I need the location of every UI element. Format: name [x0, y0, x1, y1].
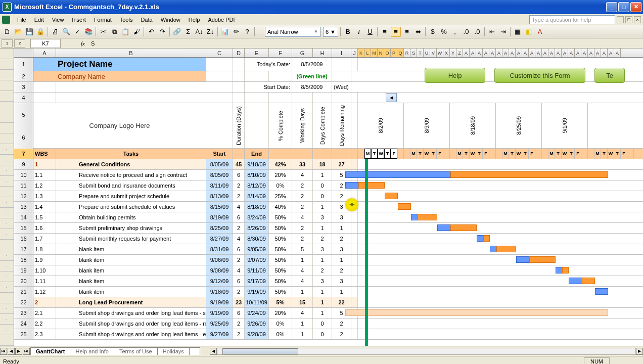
- cell[interactable]: 4: [292, 212, 313, 222]
- cell[interactable]: [245, 71, 269, 81]
- cell[interactable]: [332, 149, 351, 159]
- cell[interactable]: 9/28/09: [245, 329, 269, 339]
- cell[interactable]: 2: [292, 202, 313, 212]
- col-header-AL[interactable]: A: [535, 49, 542, 57]
- gantt-bar-overlay[interactable]: [483, 235, 490, 242]
- cell[interactable]: 1: [313, 255, 332, 265]
- gantt-bar-overlay[interactable]: [358, 182, 385, 189]
- cell[interactable]: 9/19/09: [245, 287, 269, 297]
- cell[interactable]: 50%: [269, 244, 292, 254]
- cell[interactable]: 50%: [269, 287, 292, 297]
- cell[interactable]: 3: [313, 244, 332, 254]
- cell[interactable]: 3: [332, 244, 351, 254]
- horizontal-scrollbar[interactable]: ◀ ▶: [210, 347, 643, 355]
- cell[interactable]: Obtain building permits: [56, 212, 206, 222]
- cell[interactable]: 50%: [269, 212, 292, 222]
- cell[interactable]: 1: [313, 287, 332, 297]
- spelling-icon[interactable]: ✓: [72, 27, 82, 37]
- cell[interactable]: Duration (Days): [233, 103, 245, 148]
- cell[interactable]: 1: [33, 159, 56, 169]
- cell[interactable]: 1.4: [33, 202, 56, 212]
- cell[interactable]: Tasks: [56, 149, 206, 159]
- redo-icon[interactable]: ↷: [157, 27, 167, 37]
- gantt-bar-overlay[interactable]: [582, 278, 595, 284]
- cell[interactable]: [351, 149, 358, 159]
- autosum-icon[interactable]: Σ: [183, 27, 193, 37]
- cell[interactable]: (Wed): [332, 82, 351, 92]
- cell[interactable]: [351, 265, 358, 276]
- cell[interactable]: [292, 149, 313, 159]
- cell[interactable]: 2: [332, 318, 351, 329]
- cell[interactable]: Submit bond and insurance documents: [56, 180, 206, 191]
- col-header-AT[interactable]: A: [588, 49, 594, 57]
- cell[interactable]: 2: [233, 223, 245, 233]
- col-header-AG[interactable]: A: [502, 49, 509, 57]
- cell[interactable]: [351, 58, 358, 71]
- menu-edit[interactable]: Edit: [30, 16, 48, 24]
- cell[interactable]: [33, 82, 56, 92]
- cell[interactable]: [233, 58, 245, 71]
- cell[interactable]: [269, 93, 292, 103]
- app-icon[interactable]: [2, 16, 10, 24]
- col-header-V[interactable]: V: [430, 49, 437, 57]
- cell[interactable]: 1.10: [33, 265, 56, 276]
- menu-insert[interactable]: Insert: [68, 16, 90, 24]
- cell[interactable]: 1.8: [33, 244, 56, 254]
- cell[interactable]: 33: [292, 159, 313, 169]
- cell[interactable]: 1.11: [33, 276, 56, 286]
- col-header-W[interactable]: W: [437, 49, 443, 57]
- formula-content[interactable]: S: [89, 40, 643, 47]
- col-header-AP[interactable]: A: [562, 49, 568, 57]
- cell[interactable]: 0: [313, 318, 332, 329]
- cell[interactable]: 2.1: [33, 308, 56, 318]
- tab-help-and-info[interactable]: Help and Info: [70, 347, 114, 355]
- col-header-C[interactable]: C: [206, 49, 233, 57]
- row-header-4[interactable]: 4: [14, 93, 33, 103]
- cell[interactable]: 1: [332, 287, 351, 297]
- col-header-AH[interactable]: A: [509, 49, 516, 57]
- cell[interactable]: 4: [292, 170, 313, 180]
- doc-restore-button[interactable]: □: [625, 16, 632, 23]
- col-header-Z[interactable]: Z: [456, 49, 463, 57]
- cell[interactable]: Submit monthly requests for payment: [56, 234, 206, 244]
- cell[interactable]: [313, 93, 332, 103]
- cell[interactable]: 9/05/09: [245, 244, 269, 254]
- cell[interactable]: 2: [292, 180, 313, 191]
- cell[interactable]: 9/27/09: [206, 329, 233, 339]
- currency-icon[interactable]: $: [428, 27, 438, 37]
- cell[interactable]: blank item: [56, 255, 206, 265]
- menu-help[interactable]: Help: [185, 16, 204, 24]
- cell[interactable]: [351, 318, 358, 329]
- increase-decimal-icon[interactable]: .0: [461, 27, 471, 37]
- col-header-L[interactable]: L: [364, 49, 371, 57]
- menu-adobepdf[interactable]: Adobe PDF: [204, 16, 241, 24]
- cell[interactable]: 2: [332, 265, 351, 276]
- col-header-AC[interactable]: A: [476, 49, 483, 57]
- col-header-AV[interactable]: A: [601, 49, 608, 57]
- col-header-D[interactable]: D: [233, 49, 245, 57]
- cell[interactable]: [351, 234, 358, 244]
- cell[interactable]: [233, 71, 245, 81]
- cell[interactable]: 4: [233, 202, 245, 212]
- col-header-AR[interactable]: A: [575, 49, 581, 57]
- cell[interactable]: 2: [332, 234, 351, 244]
- cell[interactable]: 9/19/09: [206, 297, 233, 307]
- cell[interactable]: 8/05/09: [206, 159, 233, 169]
- cell[interactable]: 5: [292, 244, 313, 254]
- cell[interactable]: 8/18/09: [245, 202, 269, 212]
- col-header-AF[interactable]: A: [496, 49, 502, 57]
- cell[interactable]: 50%: [269, 234, 292, 244]
- cell[interactable]: 20%: [269, 308, 292, 318]
- row-header-5[interactable]: 5: [14, 103, 33, 126]
- hyperlink-icon[interactable]: 🔗: [172, 27, 182, 37]
- new-icon[interactable]: 🗋: [2, 27, 12, 37]
- format-painter-icon[interactable]: 🖌: [131, 27, 142, 37]
- paste-icon[interactable]: 📋: [120, 27, 130, 37]
- cell[interactable]: 6: [233, 244, 245, 254]
- col-header-M[interactable]: M: [371, 49, 378, 57]
- cell[interactable]: 2.3: [33, 329, 56, 339]
- tab-prev-icon[interactable]: ◀: [8, 348, 15, 355]
- cell[interactable]: 8/26/09: [245, 223, 269, 233]
- cell[interactable]: [351, 255, 358, 265]
- cell[interactable]: Project Name: [56, 58, 206, 71]
